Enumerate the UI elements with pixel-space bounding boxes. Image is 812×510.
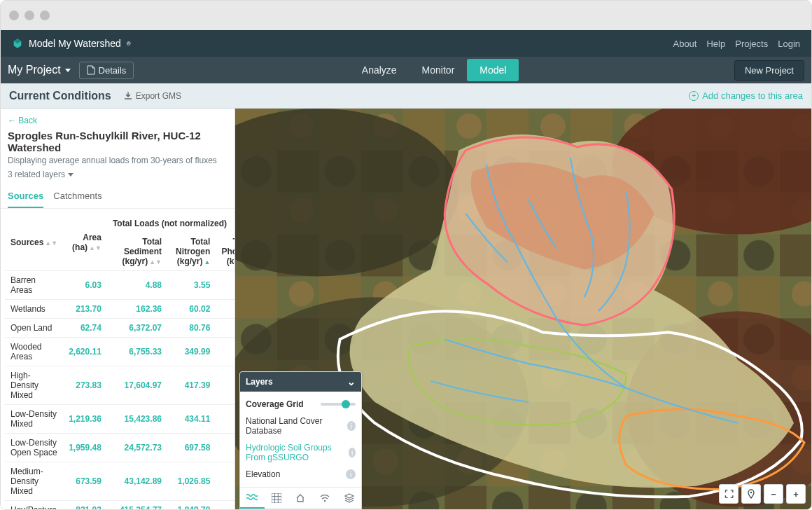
subtab-catchments[interactable]: Catchments	[53, 191, 102, 208]
top-header: Model My Watershed® About Help Projects …	[1, 30, 811, 57]
layer-item[interactable]: Hydrologic Soil Groups From gSSURGOi	[240, 439, 361, 466]
col-nitrogen[interactable]: Total Nitrogen (kg/yr)▲	[167, 233, 216, 271]
cell-nitrogen: 349.99	[167, 338, 216, 366]
export-gms[interactable]: Export GMS	[124, 91, 181, 101]
table-row[interactable]: Wetlands213.70162.3660.02	[5, 300, 234, 319]
info-icon[interactable]: i	[349, 448, 356, 457]
table-row[interactable]: Barren Areas6.034.883.55	[5, 271, 234, 300]
cell-nitrogen: 60.02	[167, 300, 216, 319]
svg-point-10	[324, 500, 326, 502]
page-title: Current Conditions	[9, 90, 111, 102]
tab-model[interactable]: Model	[467, 59, 519, 81]
nav-projects[interactable]: Projects	[735, 39, 768, 49]
info-icon[interactable]: i	[347, 421, 356, 431]
sort-icon: ▲▼	[149, 259, 162, 266]
back-label: Back	[18, 116, 37, 125]
table-row[interactable]: Wooded Areas2,620.116,755.33349.99	[5, 338, 234, 366]
layers-tab-waves[interactable]	[240, 488, 265, 509]
table-row[interactable]: High-Density Mixed273.8317,604.97417.39	[5, 366, 234, 405]
nav-about[interactable]: About	[673, 39, 696, 49]
cell-sediment: 162.36	[107, 300, 167, 319]
cell-source: Open Land	[5, 319, 63, 338]
logo-icon	[12, 38, 23, 49]
layers-tab-signal[interactable]	[313, 488, 337, 509]
grid-icon	[272, 493, 281, 503]
new-project-button[interactable]: New Project	[734, 60, 804, 81]
svg-point-11	[750, 492, 752, 494]
table-row[interactable]: Hay/Pasture831.03415,254.771,849.70	[5, 501, 234, 510]
table-row[interactable]: Low-Density Open Space1,959.4824,572.736…	[5, 434, 234, 462]
tab-analyze[interactable]: Analyze	[349, 59, 410, 81]
cell-sediment: 4.88	[107, 271, 167, 300]
cell-area: 831.03	[63, 501, 107, 510]
map-view[interactable]: Layers ⌄ Coverage Grid National Land Cov…	[235, 109, 811, 509]
cell-phosphorus	[216, 271, 234, 300]
cell-nitrogen: 1,026.85	[167, 462, 216, 501]
sources-table-container[interactable]: Sources▲▼ Area (ha)▲▼ Total Loads (not n…	[1, 209, 234, 509]
cell-nitrogen: 417.39	[167, 366, 216, 405]
layers-tab-grid[interactable]	[265, 488, 289, 509]
traffic-light-max[interactable]	[40, 11, 50, 20]
cell-phosphorus	[216, 338, 234, 366]
cell-sediment: 15,423.86	[107, 405, 167, 434]
cell-source: Low-Density Open Space	[5, 434, 63, 462]
locate-button[interactable]	[741, 484, 761, 504]
table-row[interactable]: Open Land62.746,372.0780.76	[5, 319, 234, 338]
file-icon	[87, 65, 95, 75]
layer-item[interactable]: Elevationi	[240, 466, 361, 483]
arrow-left-icon: ←	[8, 116, 16, 125]
waves-icon	[246, 493, 258, 502]
cell-source: Barren Areas	[5, 271, 63, 300]
traffic-light-min[interactable]	[24, 11, 34, 20]
cell-nitrogen: 434.11	[167, 405, 216, 434]
traffic-light-close[interactable]	[9, 11, 19, 20]
export-label: Export GMS	[136, 91, 181, 101]
nav-help[interactable]: Help	[706, 39, 725, 49]
download-icon	[124, 92, 132, 100]
add-changes-link[interactable]: + Add changes to this area	[689, 90, 803, 101]
plus-circle-icon: +	[689, 91, 699, 101]
cell-area: 273.83	[63, 366, 107, 405]
zoom-in-button[interactable]: +	[786, 484, 806, 504]
top-nav: About Help Projects Login	[673, 39, 800, 49]
project-name-dropdown[interactable]: My Project	[8, 64, 71, 76]
layers-header[interactable]: Layers ⌄	[240, 372, 361, 392]
cell-sediment: 24,572.73	[107, 434, 167, 462]
back-link[interactable]: ← Back	[8, 116, 227, 125]
details-button[interactable]: Details	[79, 62, 134, 79]
col-group-loads: Total Loads (not normalized)	[107, 214, 234, 233]
cell-nitrogen: 697.58	[167, 434, 216, 462]
table-row[interactable]: Medium-Density Mixed673.5943,142.891,026…	[5, 462, 234, 501]
layer-item[interactable]: National Land Cover Databasei	[240, 413, 361, 439]
plus-icon: +	[793, 489, 799, 499]
layers-panel: Layers ⌄ Coverage Grid National Land Cov…	[239, 371, 362, 509]
cell-area: 213.70	[63, 300, 107, 319]
layers-tab-home[interactable]	[288, 488, 313, 509]
col-area[interactable]: Area (ha)▲▼	[63, 214, 107, 271]
cell-sediment: 43,142.89	[107, 462, 167, 501]
table-row[interactable]: Low-Density Mixed1,219.3615,423.86434.11	[5, 405, 234, 434]
related-label: 3 related layers	[8, 170, 65, 179]
cell-phosphorus	[216, 501, 234, 510]
tab-monitor[interactable]: Monitor	[410, 59, 468, 81]
col-phosphorus[interactable]: Total Phosph (kg/yr)	[216, 233, 234, 271]
cell-nitrogen: 3.55	[167, 271, 216, 300]
cell-phosphorus	[216, 434, 234, 462]
project-name-label: My Project	[8, 64, 61, 76]
col-sediment[interactable]: Total Sediment (kg/yr)▲▼	[107, 233, 167, 271]
brand-name: Model My Watershed	[29, 38, 121, 49]
details-label: Details	[99, 65, 127, 76]
pin-icon	[746, 489, 756, 499]
layers-tab-stack[interactable]	[337, 488, 361, 509]
nav-login[interactable]: Login	[778, 39, 800, 49]
subtab-sources[interactable]: Sources	[8, 191, 43, 208]
caret-down-icon	[68, 173, 74, 177]
fullscreen-button[interactable]: ⛶	[719, 484, 738, 504]
related-layers-dropdown[interactable]: 3 related layers	[8, 170, 74, 179]
opacity-slider[interactable]	[321, 403, 356, 406]
zoom-out-button[interactable]: −	[764, 484, 783, 504]
info-icon[interactable]: i	[346, 469, 356, 479]
watershed-subtitle: Displaying average annual loads from 30-…	[8, 156, 227, 165]
col-sources[interactable]: Sources▲▼	[5, 214, 63, 271]
brand-reg: ®	[127, 41, 131, 47]
